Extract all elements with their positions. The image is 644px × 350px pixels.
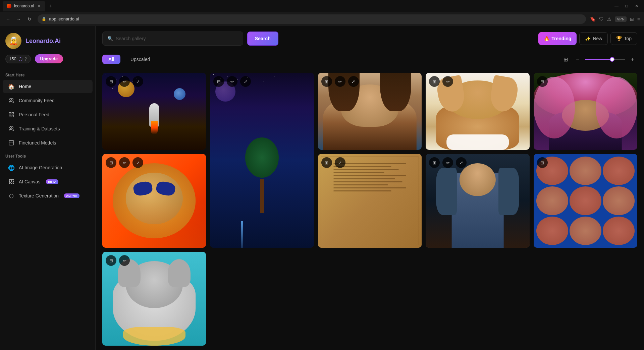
- sidebar-item-finetuned[interactable]: Finetuned Models: [3, 136, 93, 150]
- cmd-icon-10[interactable]: ⊞: [106, 255, 116, 266]
- ai-image-icon: 🌐: [8, 164, 15, 171]
- expand-icon-6[interactable]: ⤢: [132, 157, 143, 168]
- new-filter-btn[interactable]: ✨ New: [579, 32, 608, 45]
- refresh-btn[interactable]: ↻: [25, 15, 34, 23]
- sidebar-item-texture[interactable]: ⬡ Texture Generation ALPHA: [3, 189, 93, 202]
- lion-overlay-icons: ⊞ ✏ ⤢: [106, 157, 143, 168]
- home-icon: 🏠: [8, 83, 15, 90]
- search-button[interactable]: Search: [247, 32, 278, 46]
- edit-icon-2[interactable]: ✏: [227, 76, 237, 87]
- layout-icon[interactable]: ⊞: [630, 16, 634, 22]
- sidebar-item-community[interactable]: Community Feed: [3, 94, 93, 107]
- trending-filter-btn[interactable]: 🔥 Trending: [538, 32, 577, 45]
- shield-icon[interactable]: 🛡: [599, 16, 604, 22]
- gallery-item-lion[interactable]: ⊞ ✏ ⤢: [102, 154, 206, 248]
- sidebar-item-home[interactable]: 🏠 Home: [3, 80, 93, 93]
- menu-icon[interactable]: ≡: [637, 16, 640, 22]
- close-btn[interactable]: ✕: [632, 1, 641, 11]
- app-wrapper: 🧝 Leonardo.Ai 150 ⬡ ? Upgrade Start Here…: [0, 26, 644, 350]
- gallery: ⊞ ✏ ⤢ ⊞ ✏: [96, 67, 644, 350]
- personal-label: Personal Feed: [19, 112, 49, 117]
- cmd-icon-8[interactable]: ⊞: [429, 157, 440, 168]
- top-filter-btn[interactable]: 🏆 Top: [610, 32, 637, 45]
- tab-all[interactable]: All: [102, 55, 120, 64]
- ai-canvas-label: AI Canvas: [19, 179, 41, 184]
- view-controls: ⊞ − +: [561, 55, 637, 64]
- cmd-icon-7[interactable]: ⊞: [321, 157, 332, 168]
- credits-value: 150: [9, 56, 16, 61]
- main-content: 🔍 Search gallery Search 🔥 Trending ✨ New…: [96, 26, 644, 350]
- tab-close-btn[interactable]: ✕: [37, 4, 41, 8]
- rocket-overlay-icons: ⊞ ✏ ⤢: [106, 76, 143, 87]
- new-tab-button[interactable]: +: [47, 2, 55, 10]
- zoom-slider[interactable]: [585, 59, 625, 60]
- svg-point-0: [10, 98, 12, 100]
- grid-view-btn[interactable]: ⊞: [561, 55, 570, 64]
- vpn-btn[interactable]: VPN: [615, 16, 627, 22]
- maximize-btn[interactable]: □: [622, 1, 631, 11]
- logo-area: 🧝 Leonardo.Ai: [0, 26, 95, 54]
- expand-icon-7[interactable]: ⤢: [335, 157, 345, 168]
- home-label: Home: [19, 84, 31, 89]
- minimize-btn[interactable]: —: [612, 1, 621, 11]
- edit-icon-3[interactable]: ✏: [335, 76, 345, 87]
- tab-bar: leonardo.ai ✕ + — □ ✕: [0, 0, 644, 12]
- edit-icon-10[interactable]: ✏: [119, 255, 130, 266]
- texture-label: Texture Generation: [19, 193, 59, 198]
- gallery-item-woman[interactable]: ⊞ ✏ ⤢: [318, 73, 422, 150]
- cmd-icon-6[interactable]: ⊞: [106, 157, 116, 168]
- browser-actions: 🔖 🛡 ⚠ VPN ⊞ ≡: [590, 16, 640, 22]
- expand-icon-2[interactable]: ⤢: [240, 76, 251, 87]
- gallery-item-koala[interactable]: ⊞ ✏: [102, 252, 206, 346]
- sidebar-item-training[interactable]: Training & Datasets: [3, 122, 93, 135]
- gallery-item-rocket[interactable]: ⊞ ✏ ⤢: [102, 73, 206, 150]
- ai-canvas-icon: 🖼: [8, 178, 15, 185]
- filter-buttons: 🔥 Trending ✨ New 🏆 Top: [538, 32, 637, 45]
- search-placeholder: Search gallery: [116, 36, 146, 41]
- cmd-icon-9[interactable]: ⊞: [537, 157, 548, 168]
- tab-upscaled[interactable]: Upscaled: [124, 55, 156, 64]
- credits-icon: ⬡: [18, 56, 22, 62]
- sidebar-item-ai-image[interactable]: 🌐 AI Image Generation: [3, 161, 93, 174]
- cmd-icon-3[interactable]: ⊞: [321, 76, 332, 87]
- warrior-overlay-icons: ⊞ ✏ ⤢: [429, 157, 467, 168]
- gallery-item-tree[interactable]: ⊞ ✏ ⤢: [210, 73, 314, 248]
- sidebar-item-ai-canvas[interactable]: 🖼 AI Canvas BETA: [3, 175, 93, 188]
- expand-icon-3[interactable]: ⤢: [348, 76, 359, 87]
- zoom-plus-btn[interactable]: +: [628, 55, 637, 64]
- cmd-icon-5[interactable]: ⊞: [537, 76, 548, 87]
- personal-icon: [8, 111, 15, 118]
- edit-icon-1[interactable]: ✏: [119, 76, 130, 87]
- gallery-item-flowers[interactable]: ⊞: [534, 154, 637, 248]
- bookmark-icon[interactable]: 🔖: [590, 16, 596, 22]
- help-icon[interactable]: ?: [24, 56, 27, 62]
- browser-tab[interactable]: leonardo.ai ✕: [3, 1, 45, 11]
- edit-icon-6[interactable]: ✏: [119, 157, 130, 168]
- svg-rect-4: [12, 115, 14, 117]
- url-bar[interactable]: 🔒 app.leonardo.ai: [38, 14, 586, 24]
- forward-btn[interactable]: →: [15, 15, 23, 23]
- upgrade-button[interactable]: Upgrade: [35, 54, 63, 63]
- back-btn[interactable]: ←: [4, 15, 12, 23]
- flowers-overlay-icons: ⊞: [537, 157, 548, 168]
- sidebar-item-personal[interactable]: Personal Feed: [3, 108, 93, 121]
- cmd-icon-4[interactable]: ⊞: [429, 76, 440, 87]
- edit-icon-4[interactable]: ✏: [442, 76, 453, 87]
- zoom-minus-btn[interactable]: −: [573, 55, 582, 64]
- community-label: Community Feed: [19, 98, 55, 103]
- edit-icon-8[interactable]: ✏: [442, 157, 453, 168]
- secure-icon: 🔒: [42, 17, 46, 21]
- gallery-item-dog[interactable]: ⊞ ✏: [426, 73, 529, 150]
- alert-icon[interactable]: ⚠: [607, 16, 611, 22]
- papyrus-overlay-icons: ⊞ ⤢: [321, 157, 345, 168]
- gallery-item-woman2[interactable]: ⊞: [534, 73, 637, 150]
- gallery-item-papyrus[interactable]: ⊞ ⤢: [318, 154, 422, 248]
- ai-image-label: AI Image Generation: [19, 165, 62, 170]
- woman2-overlay-icons: ⊞: [537, 76, 548, 87]
- gallery-item-warrior[interactable]: ⊞ ✏ ⤢: [426, 154, 529, 248]
- cmd-icon-1[interactable]: ⊞: [106, 76, 116, 87]
- expand-icon-1[interactable]: ⤢: [132, 76, 143, 87]
- cmd-icon-2[interactable]: ⊞: [213, 76, 224, 87]
- expand-icon-8[interactable]: ⤢: [456, 157, 467, 168]
- search-input-wrap[interactable]: 🔍 Search gallery: [102, 32, 243, 46]
